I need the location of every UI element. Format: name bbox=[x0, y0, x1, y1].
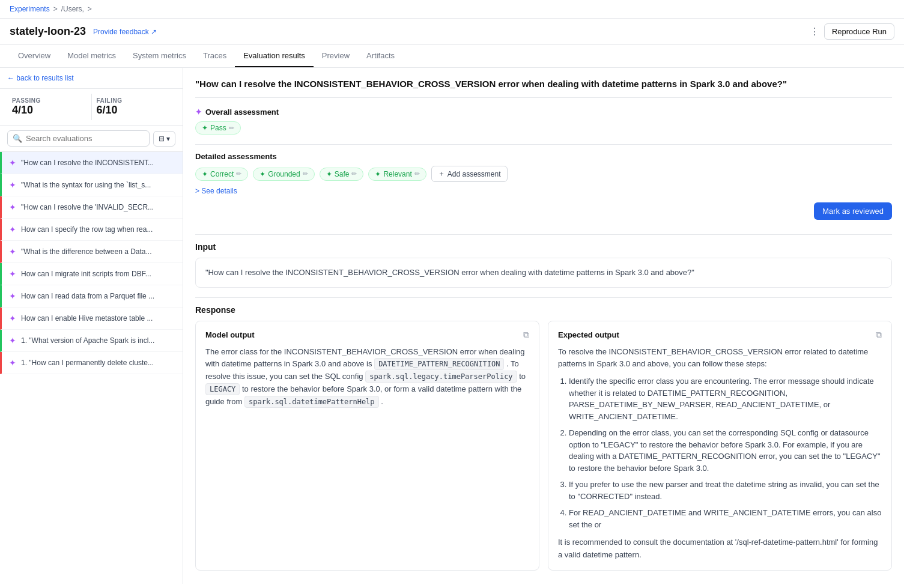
sparkle-icon: ✦ bbox=[9, 180, 16, 190]
list-item[interactable]: ✦ "How can I resolve the 'INVALID_SECR..… bbox=[0, 196, 183, 219]
question-title: "How can I resolve the INCONSISTENT_BEHA… bbox=[195, 77, 892, 98]
main-layout: ← back to results list PASSING 4/10 FAIL… bbox=[0, 68, 904, 584]
list-item[interactable]: ✦ 1. "How can I permanently delete clust… bbox=[0, 352, 183, 374]
list-item[interactable]: ✦ 1. "What version of Apache Spark is in… bbox=[0, 330, 183, 352]
tab-overview[interactable]: Overview bbox=[10, 45, 59, 67]
sparkle-icon: ✦ bbox=[202, 124, 208, 132]
eval-item-text: "How can I resolve the 'INVALID_SECR... bbox=[21, 203, 154, 211]
badge-label: Relevant bbox=[383, 170, 411, 178]
badge-label: Correct bbox=[210, 170, 234, 178]
safe-badge: ✦ Safe ✏ bbox=[320, 168, 364, 181]
tab-preview[interactable]: Preview bbox=[314, 45, 358, 67]
breadcrumb-users: /Users, bbox=[61, 5, 84, 13]
list-item: Identify the specific error class you ar… bbox=[569, 375, 882, 422]
sidebar-back: ← back to results list bbox=[0, 68, 183, 89]
list-item[interactable]: ✦ How can I migrate init scripts from DB… bbox=[0, 263, 183, 285]
model-output-text: The error class for the INCONSISTENT_BEH… bbox=[205, 346, 529, 408]
eval-item-text: How can I read data from a Parquet file … bbox=[21, 292, 154, 300]
feedback-link[interactable]: Provide feedback ↗ bbox=[93, 28, 157, 36]
eval-item-text: "What is the difference between a Data..… bbox=[21, 247, 152, 256]
breadcrumb-sep2: > bbox=[88, 5, 92, 13]
model-output-title: Model output bbox=[205, 330, 255, 339]
badge-label: Grounded bbox=[268, 170, 300, 178]
list-item[interactable]: ✦ "How can I resolve the INCONSISTENT... bbox=[0, 152, 183, 174]
sparkle-icon: ✦ bbox=[375, 170, 381, 178]
expected-output-header: Expected output ⧉ bbox=[558, 330, 882, 340]
eval-item-text: How can I enable Hive metastore table ..… bbox=[21, 314, 153, 323]
edit-icon[interactable]: ✏ bbox=[351, 170, 357, 178]
expected-output-col: Expected output ⧉ To resolve the INCONSI… bbox=[548, 321, 892, 571]
search-icon: 🔍 bbox=[13, 134, 22, 143]
edit-icon[interactable]: ✏ bbox=[236, 170, 241, 178]
failing-label: FAILING bbox=[97, 97, 171, 104]
sparkle-icon: ✦ bbox=[9, 202, 16, 212]
correct-badge: ✦ Correct ✏ bbox=[195, 168, 248, 181]
input-box: "How can I resolve the INCONSISTENT_BEHA… bbox=[195, 258, 892, 288]
breadcrumb-sep1: > bbox=[53, 5, 58, 13]
code-inline: DATETIME_PATTERN_RECOGNITION bbox=[374, 358, 504, 370]
edit-icon[interactable]: ✏ bbox=[229, 124, 234, 132]
tab-system-metrics[interactable]: System metrics bbox=[124, 45, 195, 67]
sparkle-icon: ✦ bbox=[9, 336, 16, 345]
tab-evaluation-results[interactable]: Evaluation results bbox=[235, 45, 314, 67]
edit-icon[interactable]: ✏ bbox=[303, 170, 308, 178]
detailed-assessments-label: Detailed assessments bbox=[195, 152, 892, 161]
header-actions: ⋮ Reproduce Run bbox=[810, 23, 894, 40]
reproduce-run-button[interactable]: Reproduce Run bbox=[824, 23, 894, 40]
filter-icon: ⊟ bbox=[159, 135, 165, 143]
more-options-icon[interactable]: ⋮ bbox=[810, 26, 819, 37]
divider bbox=[195, 234, 892, 235]
divider bbox=[195, 297, 892, 298]
list-item[interactable]: ✦ How can I read data from a Parquet fil… bbox=[0, 285, 183, 308]
header: stately-loon-23 Provide feedback ↗ ⋮ Rep… bbox=[0, 19, 904, 45]
eval-item-text: How can I migrate init scripts from DBF.… bbox=[21, 270, 151, 278]
edit-icon[interactable]: ✏ bbox=[414, 170, 420, 178]
detailed-assessments: Detailed assessments ✦ Correct ✏ ✦ Groun… bbox=[195, 152, 892, 195]
model-output-col: Model output ⧉ The error class for the I… bbox=[195, 321, 539, 571]
divider bbox=[195, 144, 892, 145]
add-assessment-button[interactable]: ＋ Add assessment bbox=[431, 166, 508, 182]
list-item: If you prefer to use the new parser and … bbox=[569, 479, 882, 502]
sparkle-icon: ✦ bbox=[9, 314, 16, 323]
passing-value: 4/10 bbox=[12, 104, 86, 117]
copy-icon[interactable]: ⧉ bbox=[523, 330, 529, 340]
failing-stat: FAILING 6/10 bbox=[92, 94, 176, 120]
list-item[interactable]: ✦ "What is the syntax for using the `lis… bbox=[0, 174, 183, 196]
expected-output-list: Identify the specific error class you ar… bbox=[558, 375, 882, 530]
tab-model-metrics[interactable]: Model metrics bbox=[59, 45, 124, 67]
badges-row: ✦ Correct ✏ ✦ Grounded ✏ ✦ Safe ✏ ✦ Rele… bbox=[195, 166, 892, 182]
eval-item-text: How can I specify the row tag when rea..… bbox=[21, 225, 153, 234]
relevant-badge: ✦ Relevant ✏ bbox=[368, 168, 426, 181]
eval-item-text: "What is the syntax for using the `list_… bbox=[21, 181, 151, 189]
sparkle-icon: ✦ bbox=[9, 291, 16, 301]
tab-artifacts[interactable]: Artifacts bbox=[358, 45, 403, 67]
mark-reviewed-button[interactable]: Mark as reviewed bbox=[814, 202, 892, 220]
search-input[interactable] bbox=[26, 134, 144, 143]
sparkle-icon: ✦ bbox=[202, 170, 208, 178]
copy-icon[interactable]: ⧉ bbox=[876, 330, 882, 340]
tab-traces[interactable]: Traces bbox=[195, 45, 235, 67]
grounded-badge: ✦ Grounded ✏ bbox=[253, 168, 314, 181]
response-columns: Model output ⧉ The error class for the I… bbox=[195, 321, 892, 571]
content-area: "How can I resolve the INCONSISTENT_BEHA… bbox=[183, 68, 904, 584]
list-item[interactable]: ✦ How can I enable Hive metastore table … bbox=[0, 308, 183, 330]
response-section-title: Response bbox=[195, 305, 892, 315]
list-item[interactable]: ✦ How can I specify the row tag when rea… bbox=[0, 219, 183, 241]
badge-label: Safe bbox=[335, 170, 350, 178]
see-details-link[interactable]: > See details bbox=[195, 187, 892, 195]
back-to-results-link[interactable]: ← back to results list bbox=[7, 74, 175, 82]
sparkle-icon: ✦ bbox=[9, 269, 16, 279]
sparkle-icon: ✦ bbox=[9, 358, 16, 368]
pass-label: Pass bbox=[210, 124, 226, 132]
model-output-header: Model output ⧉ bbox=[205, 330, 529, 340]
input-section-title: Input bbox=[195, 242, 892, 252]
nav-tabs: Overview Model metrics System metrics Tr… bbox=[0, 45, 904, 68]
pass-badge: ✦ Pass ✏ bbox=[195, 121, 241, 135]
breadcrumb-experiments[interactable]: Experiments bbox=[10, 5, 50, 13]
filter-button[interactable]: ⊟ ▾ bbox=[153, 131, 175, 147]
list-item: Depending on the error class, you can se… bbox=[569, 427, 882, 474]
sparkle-icon: ✦ bbox=[326, 170, 332, 178]
list-item[interactable]: ✦ "What is the difference between a Data… bbox=[0, 241, 183, 263]
failing-value: 6/10 bbox=[97, 104, 171, 117]
add-assessment-label: Add assessment bbox=[447, 170, 501, 178]
